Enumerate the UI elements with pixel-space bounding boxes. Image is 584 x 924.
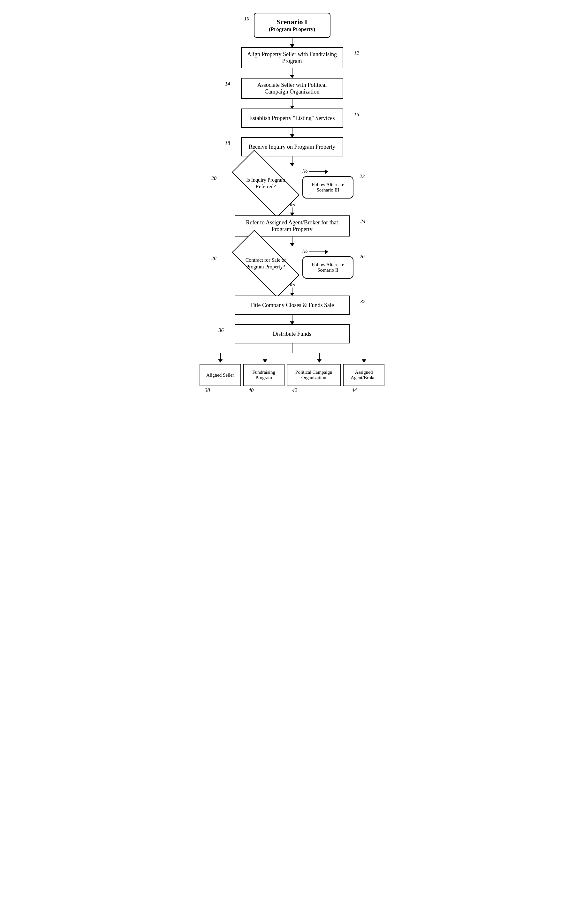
arrow-1 xyxy=(292,38,293,47)
dist-item-42: Political Campaign Organization 42 xyxy=(287,364,341,393)
node-42: Political Campaign Organization xyxy=(287,364,341,386)
node-28-text: Contract for Sale of Program Property? xyxy=(245,257,286,271)
no-arrow-row: No xyxy=(303,169,328,175)
node-22-wrap: 22 Follow Alternate Scenario III xyxy=(303,176,354,198)
ref-12: 12 xyxy=(354,50,359,56)
distribution-section: Aligned Seller 38 Fundraising Program 40… xyxy=(200,343,385,393)
node-14: Associate Seller with Political Campaign… xyxy=(241,78,343,99)
node-44: Assigned Agent/Broker xyxy=(343,364,384,386)
title-text: Scenario I xyxy=(261,18,323,26)
ref-26: 26 xyxy=(359,254,365,259)
node-36: Distribute Funds xyxy=(235,324,350,343)
node-16: Establish Property "Listing" Services xyxy=(241,109,343,128)
dist-item-40: Fundraising Program 40 xyxy=(243,364,285,393)
node-26-wrap: 26 Follow Alternate Scenario II xyxy=(303,256,354,279)
dist-item-44: Assigned Agent/Broker 44 xyxy=(343,364,384,393)
ref-18: 18 xyxy=(225,140,230,146)
ref-20: 20 xyxy=(212,175,217,181)
ref-40: 40 xyxy=(248,388,253,393)
node-20-text: Is Inquiry Program Referred? xyxy=(245,177,286,190)
no-branch-20: No 22 Follow Alternate Scenario III xyxy=(303,169,354,198)
ref-22: 22 xyxy=(359,173,365,179)
ref-42: 42 xyxy=(292,388,297,393)
node-20-diamond: Is Inquiry Program Referred? xyxy=(230,166,301,201)
ref-36: 36 xyxy=(219,327,224,333)
ref-14: 14 xyxy=(225,81,230,87)
ref-16: 16 xyxy=(354,112,359,117)
ref-38: 38 xyxy=(205,388,210,393)
no-arrow-row-28: No xyxy=(303,249,328,255)
arrow-6 xyxy=(292,208,293,215)
node-22: Follow Alternate Scenario III xyxy=(303,176,354,198)
bottom-row: Aligned Seller 38 Fundraising Program 40… xyxy=(200,364,385,393)
no-arrow-line-20 xyxy=(309,172,328,172)
arrow-9 xyxy=(292,315,293,324)
label-no-28: No xyxy=(303,249,308,254)
flowchart-diagram: 10 Scenario I (Program Property) 12 Alig… xyxy=(180,7,404,406)
node-32: Title Company Closes & Funds Sale xyxy=(235,295,350,315)
title-sub: (Program Property) xyxy=(261,26,323,33)
label-no-20: No xyxy=(303,169,308,174)
node-38: Aligned Seller xyxy=(200,364,241,386)
arrow-4 xyxy=(292,128,293,137)
row-28: Contract for Sale of Program Property? N… xyxy=(230,246,354,281)
node-26: Follow Alternate Scenario II xyxy=(303,256,354,279)
row-20: Is Inquiry Program Referred? No 22 Follo… xyxy=(230,166,354,201)
svg-marker-9 xyxy=(362,360,366,363)
no-arrow-line-28 xyxy=(309,251,328,252)
ref-10: 10 xyxy=(244,16,249,22)
node-title: Scenario I (Program Property) xyxy=(254,13,331,38)
svg-marker-7 xyxy=(317,360,321,363)
ref-32: 32 xyxy=(361,299,366,305)
no-branch-28: No 26 Follow Alternate Scenario II xyxy=(303,249,354,279)
node-28-diamond: Contract for Sale of Program Property? xyxy=(230,246,301,281)
arrow-8 xyxy=(292,287,293,295)
dist-item-38: Aligned Seller 38 xyxy=(200,364,241,393)
ref-28: 28 xyxy=(212,256,217,261)
svg-marker-3 xyxy=(218,360,223,363)
dist-lines-svg xyxy=(200,343,385,363)
arrow-7 xyxy=(292,236,293,246)
arrow-2 xyxy=(292,68,293,78)
ref-44: 44 xyxy=(352,388,357,393)
ref-24: 24 xyxy=(361,219,366,224)
node-12: Align Property Seller with Fundraising P… xyxy=(241,47,343,68)
main-flow: 10 Scenario I (Program Property) 12 Alig… xyxy=(180,13,404,393)
arrow-3 xyxy=(292,99,293,109)
node-40: Fundraising Program xyxy=(243,364,285,386)
arrow-5 xyxy=(292,157,293,166)
svg-marker-5 xyxy=(263,360,267,363)
